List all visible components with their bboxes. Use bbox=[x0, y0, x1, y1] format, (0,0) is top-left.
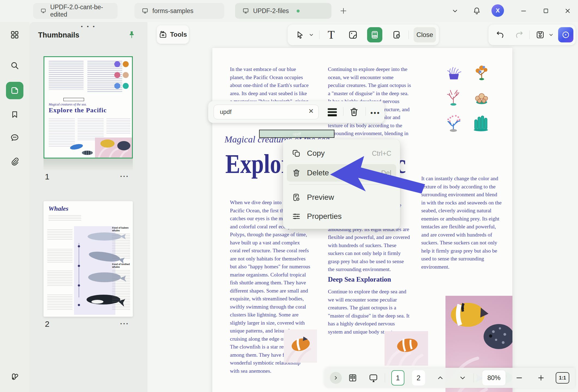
undo-button[interactable] bbox=[492, 27, 508, 42]
properties-sliders-icon bbox=[292, 212, 301, 221]
sidebar-item-appearance[interactable] bbox=[6, 368, 23, 385]
paperclip-icon bbox=[10, 157, 19, 166]
sidebar-item-comments[interactable] bbox=[6, 129, 23, 146]
toolbar-divider bbox=[319, 30, 319, 39]
select-tool-button[interactable] bbox=[293, 27, 308, 42]
tab-forms-samples[interactable]: forms-samples bbox=[134, 3, 224, 19]
ai-swirl-icon bbox=[561, 30, 570, 39]
thumbnail-text-lines bbox=[112, 270, 130, 311]
page-1-label: 1 bbox=[45, 172, 50, 181]
thumbnail-text-lines bbox=[47, 295, 72, 311]
sidebar-item-attachments[interactable] bbox=[6, 153, 23, 170]
page-thumbnails-icon bbox=[10, 86, 19, 95]
copy-shortcut: Ctrl+C bbox=[372, 150, 391, 157]
tabs-dropdown-button[interactable] bbox=[448, 4, 462, 18]
zoom-in-button[interactable] bbox=[533, 370, 549, 385]
collapse-statusbar-button[interactable] bbox=[328, 370, 343, 385]
chevron-up-icon bbox=[437, 374, 444, 381]
notifications-button[interactable] bbox=[470, 4, 484, 18]
thumbnail-text-lines bbox=[47, 229, 72, 240]
thumbnail-text-lines bbox=[47, 271, 72, 286]
watermark-button[interactable] bbox=[389, 27, 404, 42]
selected-updf-field[interactable]: updf bbox=[259, 130, 334, 138]
zoom-level[interactable]: 80% bbox=[482, 370, 506, 385]
save-button[interactable] bbox=[533, 27, 548, 42]
page-2-more-button[interactable]: ••• bbox=[120, 321, 129, 326]
field-options-button[interactable] bbox=[327, 107, 337, 117]
panel-drag-handle[interactable]: • • • bbox=[29, 24, 147, 30]
next-page-button[interactable] bbox=[455, 370, 470, 385]
chevron-down-icon bbox=[459, 374, 466, 381]
minibar-divider bbox=[343, 107, 343, 116]
toolbar-divider bbox=[529, 30, 530, 39]
thumbnail-text-lines bbox=[106, 119, 130, 135]
edit-image-button[interactable] bbox=[345, 27, 361, 42]
clear-input-button[interactable]: ✕ bbox=[308, 108, 314, 114]
status-bar: 1 2 80% 1:1 bbox=[324, 368, 575, 388]
new-tab-button[interactable] bbox=[336, 4, 351, 18]
tools-button[interactable]: Tools bbox=[157, 25, 189, 44]
edit-link-button-active[interactable] bbox=[367, 27, 382, 42]
thumbnail-page-2[interactable]: Whales Food of baleen whales Food of too… bbox=[44, 201, 133, 317]
thumbnail-page-1[interactable]: Magical creatures of the sea. Explore th… bbox=[44, 56, 133, 158]
actual-size-button[interactable]: 1:1 bbox=[556, 372, 569, 384]
thumbnail-text-lines bbox=[48, 215, 81, 221]
link-icon bbox=[370, 30, 380, 40]
preview-icon bbox=[292, 193, 301, 202]
thumbnail-coral-grid bbox=[113, 60, 130, 92]
user-avatar[interactable]: X bbox=[491, 4, 504, 17]
page-layout-button[interactable] bbox=[345, 370, 360, 385]
tab-label: forms-samples bbox=[152, 7, 193, 15]
page-2-button[interactable]: 2 bbox=[412, 370, 425, 385]
history-save-toolbar bbox=[488, 24, 576, 45]
previous-page-button[interactable] bbox=[433, 370, 448, 385]
minus-icon bbox=[515, 374, 523, 382]
pin-panel-button[interactable] bbox=[127, 30, 137, 40]
page-1-more-button[interactable]: ••• bbox=[120, 174, 129, 179]
menu-item-copy[interactable]: Copy Ctrl+C bbox=[287, 145, 396, 162]
tab-updf-2-0-cant-be-edited[interactable]: UPDF-2.0-cant-be-edited bbox=[33, 3, 118, 19]
thumbnail-updf-field bbox=[63, 98, 84, 101]
photo-orange-fish bbox=[284, 329, 317, 363]
presentation-mode-button[interactable] bbox=[366, 370, 381, 385]
doc-paragraph-col3-body: It can instantly change the color and te… bbox=[421, 175, 502, 271]
save-dropdown[interactable] bbox=[546, 27, 556, 42]
slideshow-icon bbox=[368, 373, 378, 383]
plus-icon bbox=[537, 374, 545, 382]
close-edit-mode-button[interactable]: Close bbox=[414, 27, 436, 42]
text-tool-icon: T bbox=[328, 29, 335, 41]
menu-item-properties[interactable]: Properties bbox=[287, 208, 396, 225]
sidebar-item-thumbnails[interactable] bbox=[6, 82, 23, 99]
page-1-button[interactable]: 1 bbox=[391, 370, 404, 385]
tab-label: UPDF-2.0-cant-be-edited bbox=[50, 4, 110, 18]
chevron-down-icon bbox=[309, 32, 314, 38]
redo-button[interactable] bbox=[512, 27, 527, 42]
home-button[interactable] bbox=[8, 3, 24, 19]
thumbnail-shadow bbox=[44, 158, 133, 171]
menu-item-delete[interactable]: Delete Del bbox=[287, 164, 396, 182]
lines-icon bbox=[327, 107, 337, 117]
field-text-input[interactable] bbox=[214, 105, 319, 119]
tools-label: Tools bbox=[170, 31, 187, 38]
context-menu: Copy Ctrl+C Delete Del Preview Propertie… bbox=[283, 139, 400, 229]
menu-divider bbox=[289, 184, 394, 185]
select-tool-dropdown[interactable] bbox=[307, 27, 316, 42]
tab-updf-2-files[interactable]: UPDF-2-files bbox=[235, 3, 331, 19]
ai-assistant-button[interactable] bbox=[558, 27, 573, 42]
more-options-button[interactable]: ••• bbox=[370, 109, 380, 117]
minimize-button[interactable] bbox=[516, 4, 531, 18]
thumbnail-subtitle: Magical creatures of the sea. bbox=[49, 102, 87, 107]
sidebar-item-home-grid[interactable] bbox=[6, 26, 23, 43]
sidebar-item-bookmarks[interactable] bbox=[6, 106, 23, 123]
thumbnail-text-lines bbox=[112, 234, 130, 260]
delete-field-button[interactable] bbox=[349, 107, 359, 117]
copy-icon bbox=[292, 149, 301, 158]
edit-text-button[interactable]: T bbox=[324, 27, 339, 42]
avatar-initial: X bbox=[496, 7, 500, 14]
close-window-button[interactable] bbox=[561, 4, 575, 18]
maximize-button[interactable] bbox=[539, 4, 553, 18]
sidebar-item-search[interactable] bbox=[6, 57, 23, 74]
doc-paragraph-col2-deep: Continue to explore the deep sea and we … bbox=[328, 288, 410, 336]
menu-item-preview[interactable]: Preview bbox=[287, 189, 396, 206]
zoom-out-button[interactable] bbox=[512, 370, 527, 385]
